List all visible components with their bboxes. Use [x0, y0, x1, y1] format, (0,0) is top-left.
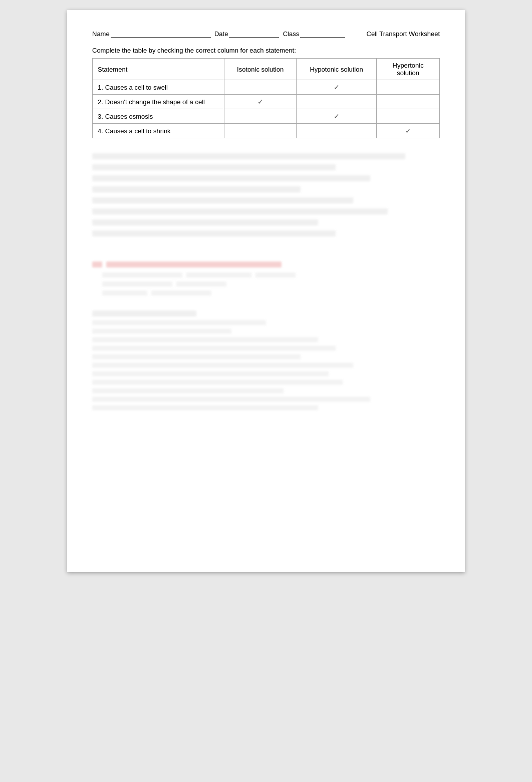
- check-mark: ✓: [334, 83, 340, 91]
- table-row: 3.Causes osmosis✓: [93, 109, 440, 124]
- hypotonic-check-3: ✓: [297, 109, 377, 124]
- name-label: Name: [92, 30, 110, 38]
- hypertonic-check-3: [377, 109, 440, 124]
- check-mark: ✓: [257, 98, 263, 106]
- isotonic-check-1: [224, 80, 297, 95]
- statement-cell-1: 1.Causes a cell to swell: [93, 80, 224, 95]
- row-statement: Causes a cell to swell: [105, 84, 168, 91]
- table-header-row: Statement Isotonic solution Hypotonic so…: [93, 59, 440, 80]
- row-num: 1.: [98, 84, 103, 91]
- col-statement: Statement: [93, 59, 224, 80]
- check-mark: ✓: [334, 112, 340, 120]
- header: Name Date Class Cell Transport Worksheet: [92, 30, 440, 38]
- row-statement: Causes a cell to shrink: [105, 127, 171, 135]
- col-hypotonic: Hypotonic solution: [297, 59, 377, 80]
- check-mark: ✓: [405, 127, 411, 135]
- class-label: Class: [283, 30, 300, 38]
- statement-cell-2: 2.Doesn't change the shape of a cell: [93, 95, 224, 109]
- table-row: 4.Causes a cell to shrink✓: [93, 124, 440, 138]
- date-label: Date: [214, 30, 228, 38]
- name-line: [111, 37, 211, 38]
- class-line: [300, 37, 345, 38]
- statement-cell-3: 3.Causes osmosis: [93, 109, 224, 124]
- hypertonic-check-1: [377, 80, 440, 95]
- table-row: 2.Doesn't change the shape of a cell✓: [93, 95, 440, 109]
- worksheet-title: Cell Transport Worksheet: [367, 30, 440, 38]
- col-isotonic: Isotonic solution: [224, 59, 297, 80]
- faded-content-3: [92, 311, 440, 410]
- solution-table: Statement Isotonic solution Hypotonic so…: [92, 58, 440, 138]
- hypertonic-check-4: ✓: [377, 124, 440, 138]
- hypertonic-check-2: [377, 95, 440, 109]
- isotonic-check-3: [224, 109, 297, 124]
- row-statement: Causes osmosis: [105, 113, 153, 120]
- col-hypertonic: Hypertonicsolution: [377, 59, 440, 80]
- date-line: [229, 37, 279, 38]
- faded-content-1: [92, 153, 440, 236]
- row-num: 4.: [98, 127, 103, 135]
- table-row: 1.Causes a cell to swell✓: [93, 80, 440, 95]
- instructions-text: Complete the table by checking the corre…: [92, 47, 440, 54]
- page: Name Date Class Cell Transport Worksheet…: [67, 10, 465, 572]
- hypotonic-check-4: [297, 124, 377, 138]
- statement-cell-4: 4.Causes a cell to shrink: [93, 124, 224, 138]
- row-num: 3.: [98, 113, 103, 120]
- faded-content-2: [92, 262, 440, 296]
- isotonic-check-2: ✓: [224, 95, 297, 109]
- isotonic-check-4: [224, 124, 297, 138]
- row-statement: Doesn't change the shape of a cell: [105, 98, 205, 106]
- hypotonic-check-2: [297, 95, 377, 109]
- hypotonic-check-1: ✓: [297, 80, 377, 95]
- row-num: 2.: [98, 98, 103, 106]
